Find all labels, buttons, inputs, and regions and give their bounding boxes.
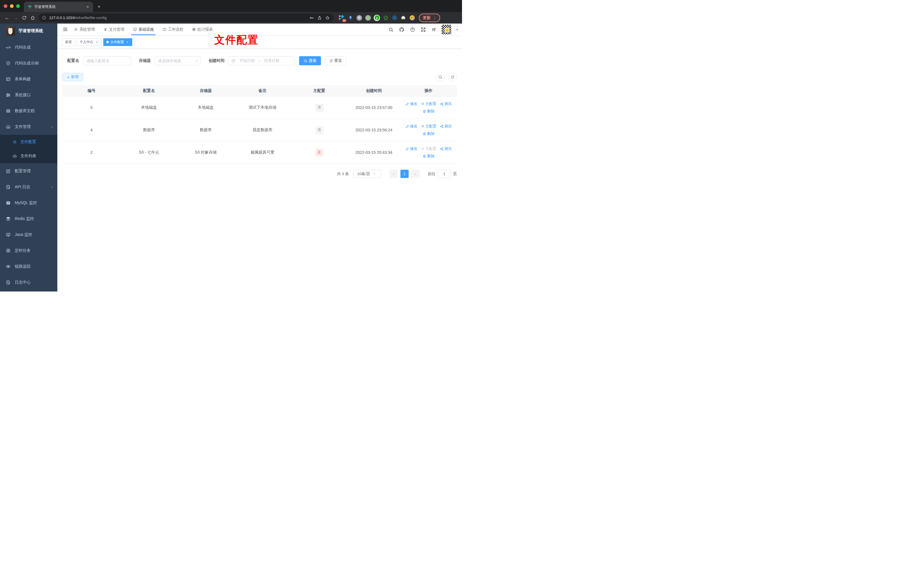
refresh-table-button[interactable] [448,73,457,81]
cell-name: 数据库 [120,127,177,132]
tag-file-config[interactable]: 文件配置 × [103,38,132,46]
refresh-icon [329,59,333,63]
extension-emoji-icon[interactable] [409,15,416,21]
user-dropdown-icon[interactable]: ▼ [456,28,459,31]
extension-y-icon[interactable]: y [373,15,380,21]
next-page-button[interactable]: › [411,170,419,178]
sidebar-item-scheduled-tasks[interactable]: 定时任务 [0,243,57,259]
share-icon[interactable] [315,14,323,22]
close-window-button[interactable] [4,4,7,8]
log-edit-icon [6,280,11,285]
reset-button[interactable]: 重置 [325,56,346,65]
sidebar-item-log-center[interactable]: 日志中心 [0,274,57,291]
sidebar-item-code-generation[interactable]: </> 代码生成 [0,40,57,55]
menu-item-workflow[interactable]: 工作流程 [162,23,183,35]
sidebar-item-form-builder[interactable]: 表单构建 [0,71,57,87]
test-link[interactable]: 测试 [440,124,452,129]
sidebar-item-config-management[interactable]: 配置管理 [0,163,57,179]
zoom-window-button[interactable] [16,4,20,8]
goto-page-input[interactable] [438,170,451,178]
header-actions: 操作 [400,88,457,93]
edit-link[interactable]: 修改 [406,124,417,129]
font-size-icon[interactable]: tT [431,26,437,33]
close-icon[interactable]: × [126,40,129,44]
start-date-placeholder[interactable]: 开始日期 [239,58,255,63]
date-range-input[interactable]: 开始日期 - 结束日期 [228,56,295,65]
cloud-upload-icon [13,154,17,159]
menu-item-payment[interactable]: ¥ 支付管理 [103,23,124,35]
extension-kite-icon[interactable] [347,15,354,21]
sidebar-item-java-monitor[interactable]: Java 监控 [0,227,57,243]
delete-link[interactable]: 删除 [422,131,434,136]
add-button[interactable]: + 新增 [63,73,83,81]
extension-command-icon[interactable]: ⌘ [356,15,363,21]
sidebar-item-code-example[interactable]: 代码生成示例 [0,55,57,71]
sidebar-item-file-list[interactable]: 文件列表 [0,149,57,163]
menu-item-reports[interactable]: 统计报表 [192,23,213,35]
sidebar-logo[interactable]: 芋道管理系统 [0,23,57,38]
tag-home[interactable]: 首页 [62,38,75,46]
close-icon[interactable]: × [95,40,99,44]
sidebar-item-file-config[interactable]: 文件配置 [0,135,57,149]
sidebar-item-system-api[interactable]: 系统接口 [0,87,57,103]
master-link-disabled: 主配置 [421,146,436,151]
edit-link[interactable]: 修改 [406,146,417,151]
sidebar-item-redis-monitor[interactable]: Redis 监控 [0,211,57,227]
page-size-select[interactable]: 10条/页 ∨ [353,170,381,178]
minimize-window-button[interactable] [10,4,13,8]
page-number-1[interactable]: 1 [401,170,409,178]
search-icon[interactable] [388,26,394,33]
storage-select[interactable]: ∨ [154,56,201,65]
master-link[interactable]: 主配置 [421,101,436,106]
home-button[interactable] [28,13,37,22]
sidebar-item-file-management[interactable]: 文件管理 ∧ [0,119,57,135]
config-name-input[interactable] [83,56,131,65]
new-tab-button[interactable]: + [95,3,103,11]
help-icon[interactable] [409,26,416,33]
address-bar[interactable]: 127.0.0.1:1024/infra/file/file-config [39,13,334,22]
header-name: 配置名 [120,88,177,93]
password-key-icon[interactable] [308,14,315,22]
extension-grid-icon[interactable]: 11 [338,15,345,21]
extension-dot-icon[interactable] [365,15,371,21]
sidebar-collapse-icon[interactable] [60,25,70,34]
timer-icon [6,248,11,253]
browser-menu-icon[interactable]: ⋮ [433,16,437,20]
reload-button[interactable] [20,13,28,22]
sliders-icon [6,92,11,97]
show-search-button[interactable] [436,73,445,81]
master-link[interactable]: 主配置 [421,124,436,129]
extensions-puzzle-icon[interactable] [400,15,407,21]
menu-item-infrastructure[interactable]: 基础设施 [133,23,154,35]
bookmark-star-icon[interactable] [323,14,332,22]
extension-eye-icon[interactable] [391,15,398,21]
github-icon[interactable] [398,26,405,33]
fullscreen-icon[interactable] [420,26,426,33]
delete-link[interactable]: 删除 [422,109,434,114]
avatar[interactable] [442,25,451,34]
sidebar-item-db-doc[interactable]: 数据库文档 [0,103,57,119]
sidebar-item-api-log[interactable]: API 日志 ∨ [0,179,57,195]
edit-link[interactable]: 修改 [406,101,417,106]
end-date-placeholder[interactable]: 结束日期 [264,58,279,63]
forward-button[interactable]: → [12,13,20,22]
tag-profile[interactable]: 个人中心 × [77,38,102,46]
search-button[interactable]: 搜索 [299,56,321,65]
sidebar-item-tracing[interactable]: 链路追踪 [0,259,57,274]
search-form: 配置名 存储器 ∨ 创建时间 开始日期 - 结束日期 [63,56,457,65]
test-link[interactable]: 测试 [440,146,452,151]
delete-link[interactable]: 删除 [422,154,434,159]
site-info-icon[interactable] [42,16,46,20]
extension-star-icon[interactable] [382,15,389,21]
goto-label: 前往 [428,172,436,177]
browser-tab[interactable]: 芋道管理系统 × [24,2,93,12]
sidebar-item-mysql-monitor[interactable]: MySQL 监控 [0,195,57,211]
prev-page-button[interactable]: ‹ [389,170,398,178]
tags-bar: 首页 个人中心 × 文件配置 × 文件配置 [57,35,462,49]
test-link[interactable]: 测试 [440,101,452,106]
browser-update-button[interactable]: 更新 ⋮ [419,13,440,22]
tab-close-icon[interactable]: × [85,4,90,9]
back-button[interactable]: ← [3,13,12,22]
top-menu: 系统管理 ¥ 支付管理 基础设施 工作流程 [74,23,213,35]
menu-item-system[interactable]: 系统管理 [74,23,95,35]
